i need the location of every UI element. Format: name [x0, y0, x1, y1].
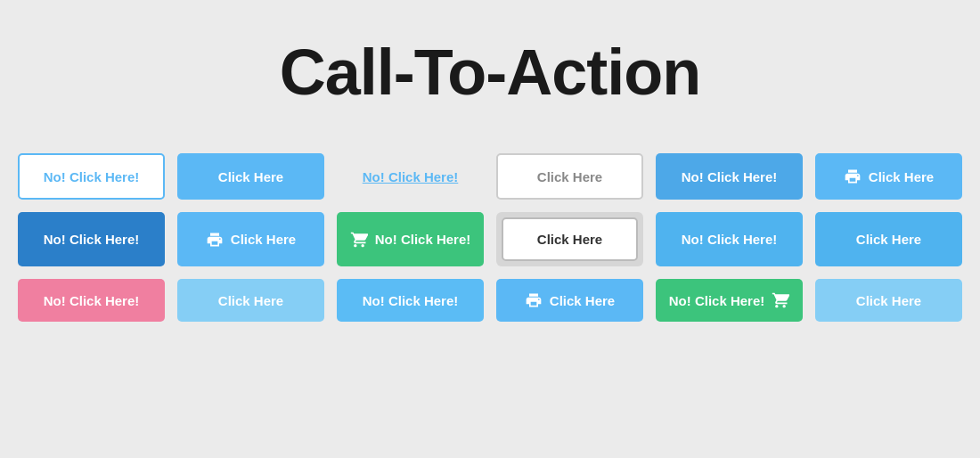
cart-icon-r2c3	[350, 231, 368, 249]
btn-r2c1[interactable]: No! Click Here!	[18, 212, 165, 266]
btn-r3c5[interactable]: No! Click Here!	[656, 279, 803, 322]
btn-r3c1[interactable]: No! Click Here!	[18, 279, 165, 322]
btn-r2c4[interactable]: Click Here	[502, 217, 638, 261]
cart-icon-r3c5	[772, 291, 789, 309]
btn-r3c6[interactable]: Click Here	[815, 279, 962, 322]
button-grid: No! Click Here! Click Here No! Click Her…	[18, 153, 962, 322]
btn-r2c3[interactable]: No! Click Here!	[337, 212, 484, 266]
btn-r2c2[interactable]: Click Here	[177, 212, 324, 266]
btn-r3c4[interactable]: Click Here	[496, 279, 643, 322]
btn-r1c2[interactable]: Click Here	[177, 153, 324, 200]
btn-r3c2[interactable]: Click Here	[177, 279, 324, 322]
page-title: Call-To-Action	[280, 36, 701, 109]
btn-r1c1[interactable]: No! Click Here!	[18, 153, 165, 200]
btn-r1c3[interactable]: No! Click Here!	[337, 153, 484, 200]
btn-r2c5[interactable]: No! Click Here!	[656, 212, 803, 266]
print-icon-r2c2	[206, 231, 224, 249]
btn-r2c6[interactable]: Click Here	[815, 212, 962, 266]
btn-r1c5[interactable]: No! Click Here!	[656, 153, 803, 200]
print-icon	[844, 168, 862, 185]
btn-r2c4-wrapper: Click Here	[496, 212, 643, 266]
btn-r3c3[interactable]: No! Click Here!	[337, 279, 484, 322]
btn-r1c6[interactable]: Click Here	[815, 153, 962, 200]
btn-r1c4[interactable]: Click Here	[496, 153, 643, 200]
print-icon-r3c4	[525, 291, 543, 309]
